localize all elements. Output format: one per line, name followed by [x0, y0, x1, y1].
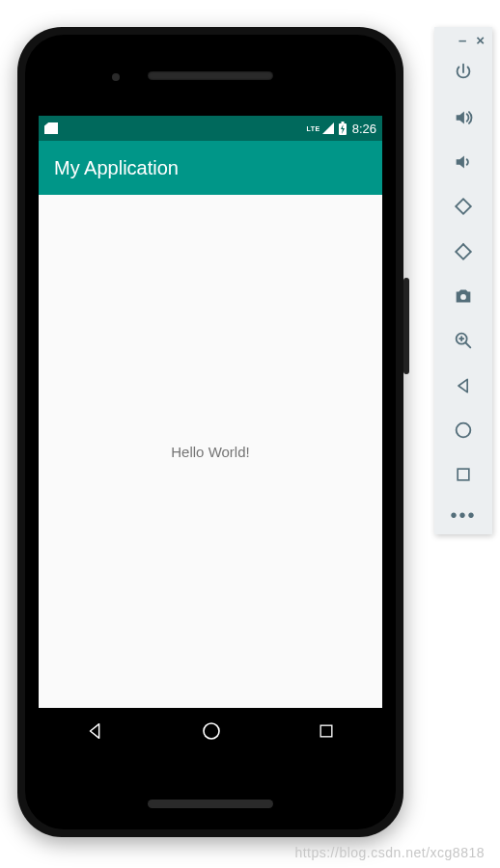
volume-up-button[interactable] — [434, 95, 492, 139]
close-button[interactable]: × — [476, 33, 485, 47]
watermark-text: https://blog.csdn.net/xcg8818 — [294, 845, 485, 860]
power-icon — [453, 62, 474, 83]
minimize-button[interactable]: – — [458, 33, 466, 47]
svg-rect-1 — [341, 122, 344, 123]
device-screen: LTE 8:26 My Application — [39, 116, 382, 754]
volume-up-icon — [453, 107, 474, 128]
navigation-bar — [39, 708, 382, 754]
svg-rect-4 — [456, 199, 471, 214]
app-content: Hello World! — [39, 195, 382, 708]
rotate-left-icon — [453, 196, 474, 217]
hello-world-text: Hello World! — [171, 444, 249, 460]
front-camera — [112, 73, 120, 81]
svg-line-8 — [466, 343, 471, 348]
power-button[interactable] — [434, 50, 492, 95]
home-icon — [453, 420, 474, 441]
nav-back-button[interactable] — [85, 720, 106, 742]
phone-frame: LTE 8:26 My Application — [17, 27, 403, 837]
svg-rect-3 — [320, 725, 332, 737]
app-bar: My Application — [39, 141, 382, 195]
sim-card-icon — [44, 122, 58, 134]
network-type-label: LTE — [306, 125, 319, 132]
zoom-button[interactable] — [434, 318, 492, 363]
screenshot-button[interactable] — [434, 274, 492, 318]
overview-icon — [454, 465, 473, 484]
more-button[interactable]: ••• — [434, 497, 492, 534]
back-icon — [454, 376, 473, 395]
svg-rect-12 — [458, 469, 469, 480]
camera-icon — [453, 285, 474, 307]
nav-home-button[interactable] — [200, 719, 223, 743]
volume-down-button[interactable] — [434, 140, 492, 184]
volume-down-icon — [453, 151, 474, 173]
svg-point-2 — [204, 723, 219, 739]
nav-overview-button[interactable] — [317, 721, 336, 741]
svg-point-11 — [457, 423, 471, 438]
rotate-right-button[interactable] — [434, 229, 492, 273]
back-button[interactable] — [434, 363, 492, 407]
status-time: 8:26 — [352, 122, 376, 136]
svg-rect-5 — [456, 244, 471, 259]
physical-power-button[interactable] — [403, 278, 409, 374]
phone-bezel: LTE 8:26 My Application — [25, 35, 396, 829]
svg-point-6 — [460, 294, 466, 300]
rotate-right-icon — [453, 241, 474, 262]
overview-button[interactable] — [434, 452, 492, 497]
earpiece-speaker — [148, 71, 273, 80]
rotate-left-button[interactable] — [434, 184, 492, 229]
app-title: My Application — [54, 157, 179, 179]
bottom-speaker — [148, 800, 273, 808]
emulator-toolbar: – × — [434, 27, 492, 534]
zoom-icon — [453, 330, 474, 351]
battery-charging-icon — [338, 122, 347, 135]
home-button[interactable] — [434, 408, 492, 452]
status-bar: LTE 8:26 — [39, 116, 382, 141]
signal-icon — [321, 122, 335, 134]
